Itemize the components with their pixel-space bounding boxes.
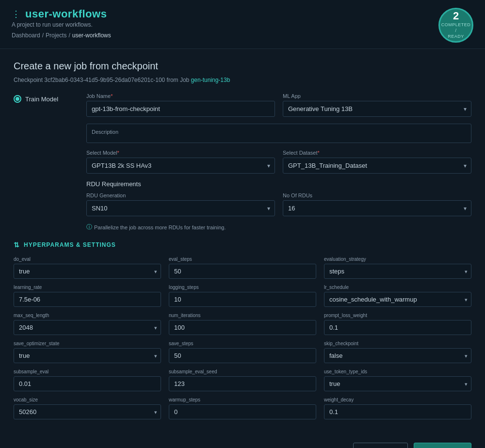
select-dataset-wrapper: GPT_13B_Training_Dataset bbox=[283, 158, 471, 174]
hyperparam-select-wrapper-vocab_size: 5026032000 bbox=[14, 404, 161, 419]
header-left: ⋮ user-workflows A project to run user w… bbox=[12, 8, 111, 39]
status-badge: 2 COMPLETED /READY bbox=[438, 8, 473, 43]
hyperparam-input-subsample_eval_seed[interactable] bbox=[169, 376, 316, 391]
no-of-rdus-group: No Of RDUs 16 bbox=[283, 192, 471, 216]
rdu-generation-wrapper: SN10 bbox=[86, 200, 275, 216]
breadcrumb-current: user-workflows bbox=[72, 32, 111, 39]
hyperparam-label-logging_steps: logging_steps bbox=[169, 285, 316, 290]
hyperparam-input-subsample_eval[interactable] bbox=[14, 376, 161, 391]
select-dataset-group: Select Dataset* GPT_13B_Training_Dataset bbox=[283, 150, 471, 174]
cancel-button[interactable]: CANCEL bbox=[353, 443, 408, 448]
hyperparam-select-do_eval[interactable]: truefalse bbox=[14, 264, 161, 279]
checkpoint-link[interactable]: gen-tuning-13b bbox=[191, 77, 230, 83]
hyperparam-select-wrapper-save_optimizer_state: truefalse bbox=[14, 348, 161, 363]
hyperparam-select-wrapper-evaluation_strategy: stepsepochno bbox=[324, 264, 471, 279]
rdu-form-row: RDU Generation SN10 No Of RDUs 16 bbox=[86, 192, 471, 216]
hyperparams-title-text: HYPERPARAMS & SETTINGS bbox=[24, 241, 116, 248]
hyperparam-select-wrapper-skip_checkpoint: falsetrue bbox=[324, 348, 471, 363]
breadcrumb-projects[interactable]: Projects bbox=[46, 32, 66, 39]
hyperparam-select-wrapper-use_token_type_ids: truefalse bbox=[324, 376, 471, 391]
select-dataset-select[interactable]: GPT_13B_Training_Dataset bbox=[283, 158, 471, 174]
hyperparam-label-evaluation_strategy: evaluation_strategy bbox=[324, 256, 471, 262]
app-subtitle: A project to run user workflows. bbox=[12, 21, 111, 28]
hyperparam-eval_steps: eval_steps bbox=[169, 256, 316, 279]
hyperparam-subsample_eval_seed: subsample_eval_seed bbox=[169, 369, 316, 391]
rdu-info: ⓘ Parallelize the job across more RDUs f… bbox=[86, 223, 471, 231]
ml-app-select[interactable]: Generative Tuning 13B bbox=[283, 101, 471, 117]
breadcrumb-dashboard[interactable]: Dashboard bbox=[12, 32, 40, 39]
hyperparam-label-subsample_eval_seed: subsample_eval_seed bbox=[169, 369, 316, 374]
no-of-rdus-label: No Of RDUs bbox=[283, 192, 471, 198]
hyperparam-label-num_iterations: num_iterations bbox=[169, 313, 316, 318]
hyperparam-label-learning_rate: learning_rate bbox=[14, 285, 161, 290]
rdu-generation-group: RDU Generation SN10 bbox=[86, 192, 275, 216]
hyperparam-select-use_token_type_ids[interactable]: truefalse bbox=[324, 376, 471, 391]
hyperparam-label-do_eval: do_eval bbox=[14, 256, 161, 262]
hyperparam-input-eval_steps[interactable] bbox=[169, 264, 316, 279]
hyperparam-input-warmup_steps[interactable] bbox=[169, 404, 316, 419]
hyperparam-label-skip_checkpoint: skip_checkpoint bbox=[324, 341, 471, 346]
form-row-2: Select Model* GPT13B 2k SS HAv3 Select D… bbox=[86, 150, 471, 174]
hyperparam-label-vocab_size: vocab_size bbox=[14, 397, 161, 402]
hyperparam-input-weight_decay[interactable] bbox=[324, 404, 471, 419]
hyperparam-input-save_steps[interactable] bbox=[169, 348, 316, 363]
hyperparam-label-use_token_type_ids: use_token_type_ids bbox=[324, 369, 471, 374]
select-model-label: Select Model* bbox=[86, 150, 275, 156]
select-model-wrapper: GPT13B 2k SS HAv3 bbox=[86, 158, 275, 174]
hyperparam-prompt_loss_weight: prompt_loss_weight bbox=[324, 313, 471, 335]
hyperparam-save_steps: save_steps bbox=[169, 341, 316, 363]
hyperparam-vocab_size: vocab_size5026032000 bbox=[14, 397, 161, 419]
checkpoint-prefix: Checkpoint 3cf2bab6-0343-41d5-9b95-26da0… bbox=[14, 77, 191, 83]
hyperparam-input-prompt_loss_weight[interactable] bbox=[324, 320, 471, 335]
no-of-rdus-wrapper: 16 bbox=[283, 200, 471, 216]
job-name-group: Job Name* bbox=[86, 93, 275, 117]
hyperparam-logging_steps: logging_steps bbox=[169, 285, 316, 307]
rdu-requirements-title: RDU Requirements bbox=[86, 180, 471, 188]
hyperparam-grid: do_evaltruefalseeval_stepsevaluation_str… bbox=[14, 256, 471, 419]
ml-app-select-wrapper: Generative Tuning 13B bbox=[283, 101, 471, 117]
train-model-radio[interactable] bbox=[14, 95, 21, 103]
dots-menu-icon[interactable]: ⋮ bbox=[12, 9, 20, 19]
status-count: 2 bbox=[453, 11, 459, 21]
header: ⋮ user-workflows A project to run user w… bbox=[0, 0, 485, 49]
hyperparam-use_token_type_ids: use_token_type_idstruefalse bbox=[324, 369, 471, 391]
hyperparam-select-vocab_size[interactable]: 5026032000 bbox=[14, 404, 161, 419]
hyperparam-max_seq_length: max_seq_length20481024512 bbox=[14, 313, 161, 335]
no-of-rdus-select[interactable]: 16 bbox=[283, 200, 471, 216]
hyperparam-lr_schedule: lr_schedulecosine_schedule_with_warmupli… bbox=[324, 285, 471, 307]
hyperparams-title[interactable]: ⇅ HYPERPARAMS & SETTINGS bbox=[14, 241, 471, 249]
form-row-1: Job Name* ML App Generative Tuning 13B bbox=[86, 93, 471, 117]
rdu-requirements-section: RDU Requirements RDU Generation SN10 No … bbox=[86, 180, 471, 231]
train-model-option[interactable]: Train Model bbox=[14, 93, 77, 103]
hyperparam-input-num_iterations[interactable] bbox=[169, 320, 316, 335]
hyperparam-label-lr_schedule: lr_schedule bbox=[324, 285, 471, 290]
hyperparam-label-subsample_eval: subsample_eval bbox=[14, 369, 161, 374]
hyperparam-select-wrapper-max_seq_length: 20481024512 bbox=[14, 320, 161, 335]
hyperparam-label-max_seq_length: max_seq_length bbox=[14, 313, 161, 318]
hyperparam-label-weight_decay: weight_decay bbox=[324, 397, 471, 402]
job-name-input[interactable] bbox=[86, 101, 275, 117]
job-name-label: Job Name* bbox=[86, 93, 275, 99]
hyperparam-select-max_seq_length[interactable]: 20481024512 bbox=[14, 320, 161, 335]
hyperparam-label-save_optimizer_state: save_optimizer_state bbox=[14, 341, 161, 346]
rdu-generation-select[interactable]: SN10 bbox=[86, 200, 275, 216]
hyperparam-select-wrapper-lr_schedule: cosine_schedule_with_warmuplinearconstan… bbox=[324, 292, 471, 307]
main-content: Create a new job from checkpoint Checkpo… bbox=[0, 49, 485, 431]
hyperparam-select-lr_schedule[interactable]: cosine_schedule_with_warmuplinearconstan… bbox=[324, 292, 471, 307]
section-row: Train Model Job Name* ML App Generative … bbox=[14, 93, 471, 231]
hyperparam-select-save_optimizer_state[interactable]: truefalse bbox=[14, 348, 161, 363]
rdu-generation-label: RDU Generation bbox=[86, 192, 275, 198]
hyperparam-label-warmup_steps: warmup_steps bbox=[169, 397, 316, 402]
select-model-select[interactable]: GPT13B 2k SS HAv3 bbox=[86, 158, 275, 174]
hyperparam-weight_decay: weight_decay bbox=[324, 397, 471, 419]
hyperparam-input-learning_rate[interactable] bbox=[14, 292, 161, 307]
expand-icon[interactable]: ⇅ bbox=[14, 241, 20, 249]
hyperparam-label-prompt_loss_weight: prompt_loss_weight bbox=[324, 313, 471, 318]
status-label: COMPLETED /READY bbox=[440, 22, 472, 39]
hyperparam-select-skip_checkpoint[interactable]: falsetrue bbox=[324, 348, 471, 363]
hyperparam-input-logging_steps[interactable] bbox=[169, 292, 316, 307]
select-dataset-label: Select Dataset* bbox=[283, 150, 471, 156]
hyperparam-label-eval_steps: eval_steps bbox=[169, 256, 316, 262]
hyperparam-select-evaluation_strategy[interactable]: stepsepochno bbox=[324, 264, 471, 279]
run-job-button[interactable]: RUN JOB bbox=[414, 443, 471, 448]
